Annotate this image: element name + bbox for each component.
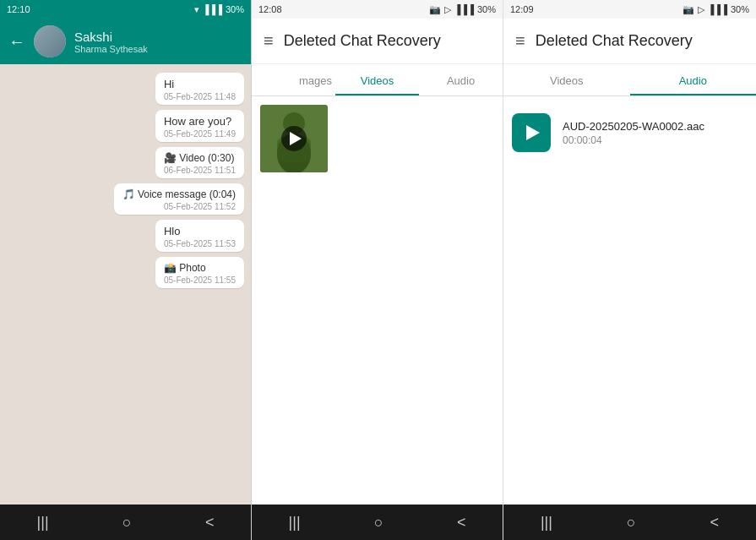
nav-home-button[interactable]: ○: [122, 514, 132, 532]
video-thumbnail[interactable]: [260, 105, 328, 172]
camera-icon: 📷: [429, 4, 441, 15]
contact-sub: Sharma Sythesak: [74, 44, 148, 54]
camera-icon-3: 📷: [683, 4, 694, 15]
status-icons-1: ▾ ▐▐▐ 30%: [194, 4, 244, 15]
status-time-2: 12:08: [258, 4, 282, 14]
audio-content: AUD-20250205-WA0002.aac 00:00:04: [503, 96, 756, 505]
message-bubble: 🎥 Video (0:30) 06-Feb-2025 11:51: [155, 147, 244, 178]
contact-info: Sakshi Sharma Sythesak: [74, 30, 148, 54]
signal-icon: ▐▐▐: [203, 4, 222, 14]
message-time: 05-Feb-2025 11:49: [164, 129, 236, 139]
status-bar-1: 12:10 ▾ ▐▐▐ 30%: [0, 0, 251, 19]
signal-icon-2: ▐▐▐: [454, 4, 474, 14]
tab-videos[interactable]: Videos: [335, 64, 419, 95]
message-bubble: Hlo 05-Feb-2025 11:53: [155, 220, 244, 252]
message-bubble: 🎵 Voice message (0:04) 05-Feb-2025 11:52: [114, 183, 244, 215]
chat-header: ← Sakshi Sharma Sythesak: [0, 19, 251, 64]
wifi-icon: ▾: [194, 4, 199, 15]
message-text: How are you?: [164, 115, 236, 128]
nav-circle-button-2[interactable]: ○: [374, 514, 383, 532]
tab-images[interactable]: mages: [252, 64, 335, 95]
recovery-panel-audio: 12:09 📷 ▷ ▐▐▐ 30% ≡ Deleted Chat Recover…: [503, 0, 756, 540]
message-text: 📸 Photo: [164, 262, 236, 274]
nav-home-icon[interactable]: |||: [37, 514, 49, 532]
recovery-header-3: ≡ Deleted Chat Recovery: [503, 19, 756, 64]
audio-icon-box: [512, 113, 551, 152]
nav-bar-1: ||| ○ <: [0, 505, 251, 540]
battery-icon-2: 30%: [477, 4, 496, 14]
message-time: 06-Feb-2025 11:51: [164, 166, 236, 175]
nav-circle-button-3[interactable]: ○: [627, 514, 636, 532]
signal-icon-3: ▐▐▐: [708, 4, 727, 14]
message-time: 05-Feb-2025 11:52: [122, 202, 236, 211]
menu-icon-2[interactable]: ≡: [264, 31, 274, 51]
message-text: Hi: [164, 78, 236, 90]
recovery-panel-videos: 12:08 📷 ▷ ▐▐▐ 30% ≡ Deleted Chat Recover…: [252, 0, 503, 540]
battery-icon: 30%: [226, 4, 244, 14]
audio-duration: 00:00:04: [563, 134, 704, 146]
whatsapp-chat-panel: 12:10 ▾ ▐▐▐ 30% ← Sakshi Sharma Sythesak…: [0, 0, 252, 540]
wifi-icon-2: ▷: [444, 4, 451, 15]
play-icon: [290, 132, 302, 145]
message-text: 🎵 Voice message (0:04): [122, 188, 236, 200]
recovery-title-3: Deleted Chat Recovery: [536, 32, 693, 50]
message-bubble: How are you? 05-Feb-2025 11:49: [155, 110, 244, 142]
status-icons-2: 📷 ▷ ▐▐▐ 30%: [429, 4, 496, 15]
message-time: 05-Feb-2025 11:53: [164, 239, 236, 248]
message-time: 05-Feb-2025 11:55: [164, 275, 236, 285]
battery-icon-3: 30%: [731, 4, 749, 14]
avatar-image: [34, 25, 66, 57]
message-text: 🎥 Video (0:30): [164, 152, 236, 164]
tabs-row-2: mages Videos Audio: [252, 64, 503, 96]
message-bubble: 📸 Photo 05-Feb-2025 11:55: [155, 257, 244, 288]
menu-icon-3[interactable]: ≡: [515, 31, 525, 51]
wifi-icon-3: ▷: [698, 4, 704, 15]
back-button[interactable]: ←: [8, 32, 25, 52]
tab-audio-3[interactable]: Audio: [630, 64, 757, 95]
nav-home-icon-2[interactable]: |||: [289, 514, 301, 532]
nav-back-button-3[interactable]: <: [710, 514, 720, 532]
audio-filename: AUD-20250205-WA0002.aac: [563, 120, 704, 133]
recovery-header-2: ≡ Deleted Chat Recovery: [252, 19, 503, 64]
play-button[interactable]: [281, 126, 307, 151]
contact-name: Sakshi: [74, 30, 148, 44]
tab-videos-3[interactable]: Videos: [503, 64, 630, 95]
audio-info: AUD-20250205-WA0002.aac 00:00:04: [563, 120, 704, 146]
tabs-row-3: Videos Audio: [503, 64, 756, 96]
chat-messages: Hi 05-Feb-2025 11:48 How are you? 05-Feb…: [0, 64, 251, 505]
message-bubble: Hi 05-Feb-2025 11:48: [155, 73, 244, 105]
nav-back-button[interactable]: <: [205, 514, 215, 532]
nav-bar-3: ||| ○ <: [503, 505, 756, 540]
avatar: [34, 25, 66, 57]
status-time-3: 12:09: [510, 4, 534, 14]
message-time: 05-Feb-2025 11:48: [164, 92, 236, 101]
message-text: Hlo: [164, 225, 236, 237]
nav-back-button-2[interactable]: <: [457, 514, 466, 532]
nav-bar-2: ||| ○ <: [252, 505, 503, 540]
audio-item[interactable]: AUD-20250205-WA0002.aac 00:00:04: [512, 105, 748, 161]
recovery-title-2: Deleted Chat Recovery: [284, 32, 441, 50]
videos-content: [252, 96, 503, 505]
status-bar-3: 12:09 📷 ▷ ▐▐▐ 30%: [503, 0, 756, 19]
status-time-1: 12:10: [7, 4, 30, 14]
status-bar-2: 12:08 📷 ▷ ▐▐▐ 30%: [252, 0, 503, 19]
audio-play-icon: [526, 125, 540, 140]
nav-home-icon-3[interactable]: |||: [541, 514, 552, 532]
status-icons-3: 📷 ▷ ▐▐▐ 30%: [683, 4, 749, 15]
tab-audio[interactable]: Audio: [419, 64, 503, 95]
